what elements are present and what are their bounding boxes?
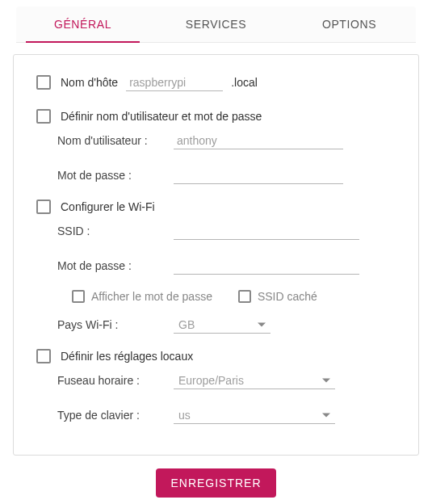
- userpass-label: Définir nom d'utilisateur et mot de pass…: [61, 110, 262, 123]
- locale-row: Définir les réglages locaux: [33, 346, 399, 366]
- tabs: GÉNÉRAL SERVICES OPTIONS: [16, 6, 416, 43]
- wifi-label: Configurer le Wi-Fi: [61, 200, 155, 213]
- userpass-block: Nom d'utilisateur : Mot de passe :: [33, 132, 399, 184]
- hostname-label: Nom d'hôte: [61, 76, 118, 89]
- wifi-checkbox[interactable]: [36, 200, 51, 214]
- keyboard-select[interactable]: us: [174, 407, 335, 424]
- password-input[interactable]: [174, 167, 343, 184]
- tab-options[interactable]: OPTIONS: [283, 6, 416, 42]
- wifi-password-label: Mot de passe :: [57, 259, 161, 275]
- timezone-select[interactable]: Europe/Paris: [174, 372, 335, 389]
- locale-block: Fuseau horaire : Europe/Paris Type de cl…: [33, 372, 399, 424]
- username-label: Nom d'utilisateur :: [57, 134, 161, 149]
- ssid-input[interactable]: [174, 223, 359, 240]
- locale-checkbox[interactable]: [36, 349, 51, 363]
- hostname-checkbox[interactable]: [36, 75, 51, 90]
- wifi-block: SSID : Mot de passe : Afficher le mot de…: [33, 223, 399, 334]
- keyboard-value: us: [178, 409, 191, 422]
- hidden-ssid-row: SSID caché: [235, 288, 317, 305]
- wifi-country-value: GB: [178, 318, 195, 331]
- password-label: Mot de passe :: [57, 169, 161, 184]
- tab-general[interactable]: GÉNÉRAL: [16, 6, 149, 42]
- chevron-down-icon: [322, 379, 330, 383]
- wifi-password-input[interactable]: [174, 258, 359, 275]
- hostname-input[interactable]: [126, 74, 223, 91]
- hostname-row: Nom d'hôte .local: [33, 73, 399, 92]
- show-password-row: Afficher le mot de passe: [69, 288, 212, 305]
- hidden-ssid-label: SSID caché: [258, 290, 317, 303]
- show-password-checkbox[interactable]: [72, 290, 85, 303]
- save-row: ENREGISTRER: [13, 468, 419, 498]
- keyboard-label: Type de clavier :: [57, 409, 161, 424]
- settings-panel: Nom d'hôte .local Définir nom d'utilisat…: [13, 54, 419, 456]
- userpass-row: Définir nom d'utilisateur et mot de pass…: [33, 107, 399, 126]
- username-input[interactable]: [174, 132, 343, 149]
- wifi-row: Configurer le Wi-Fi: [33, 197, 399, 216]
- hostname-suffix: .local: [231, 76, 258, 89]
- wifi-country-select[interactable]: GB: [174, 317, 271, 334]
- timezone-label: Fuseau horaire :: [57, 374, 161, 389]
- hidden-ssid-checkbox[interactable]: [238, 290, 251, 303]
- wifi-country-label: Pays Wi-Fi :: [57, 318, 161, 334]
- chevron-down-icon: [322, 414, 330, 418]
- userpass-checkbox[interactable]: [36, 109, 51, 124]
- ssid-label: SSID :: [57, 225, 161, 240]
- timezone-value: Europe/Paris: [178, 374, 244, 387]
- show-password-label: Afficher le mot de passe: [91, 290, 212, 303]
- chevron-down-icon: [258, 323, 266, 327]
- tab-services[interactable]: SERVICES: [149, 6, 283, 42]
- save-button[interactable]: ENREGISTRER: [156, 468, 275, 498]
- locale-label: Définir les réglages locaux: [61, 350, 193, 363]
